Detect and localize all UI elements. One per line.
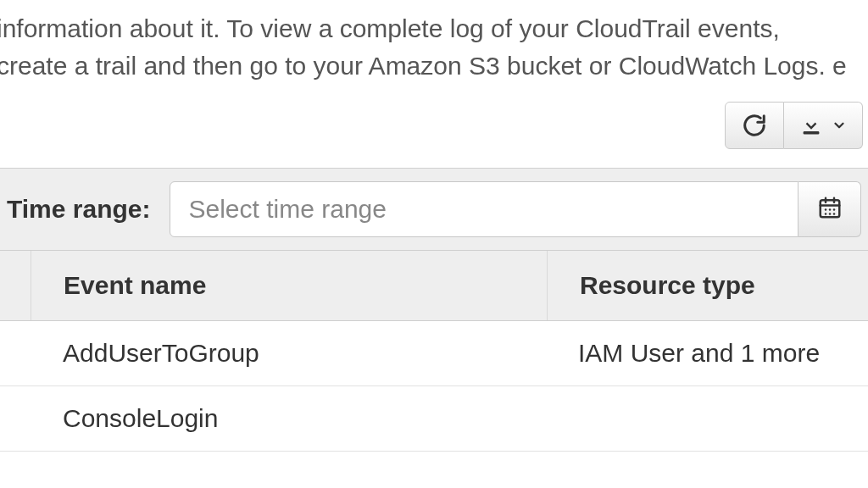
- time-range-input[interactable]: Select time range: [170, 181, 799, 237]
- refresh-button[interactable]: [725, 102, 784, 149]
- expand-toggle[interactable]: [0, 321, 31, 385]
- cell-resource-type: IAM User and 1 more: [546, 321, 868, 385]
- expand-toggle[interactable]: [0, 386, 31, 451]
- table-header-row: Event name Resource type: [0, 251, 868, 321]
- download-icon: [799, 114, 823, 137]
- toolbar: [725, 102, 863, 149]
- table-row[interactable]: ConsoleLogin: [0, 386, 868, 452]
- download-button[interactable]: [784, 102, 863, 149]
- intro-text: information about it. To view a complete…: [0, 10, 851, 84]
- svg-rect-0: [804, 131, 820, 135]
- column-header-event-name[interactable]: Event name: [31, 251, 548, 320]
- cell-event-name: ConsoleLogin: [31, 386, 546, 451]
- column-header-resource-type[interactable]: Resource type: [548, 251, 868, 320]
- table-row[interactable]: AddUserToGroup IAM User and 1 more: [0, 321, 868, 386]
- time-range-label: Time range:: [7, 195, 151, 224]
- calendar-icon: [817, 195, 843, 224]
- calendar-button[interactable]: [798, 181, 861, 237]
- cell-event-name: AddUserToGroup: [31, 321, 546, 385]
- events-table: Event name Resource type AddUserToGroup …: [0, 251, 868, 452]
- refresh-icon: [742, 113, 767, 138]
- cell-resource-type: [546, 386, 868, 451]
- filter-bar: Time range: Select time range: [0, 168, 868, 251]
- chevron-down-icon: [832, 118, 847, 133]
- expand-column-spacer: [0, 251, 31, 320]
